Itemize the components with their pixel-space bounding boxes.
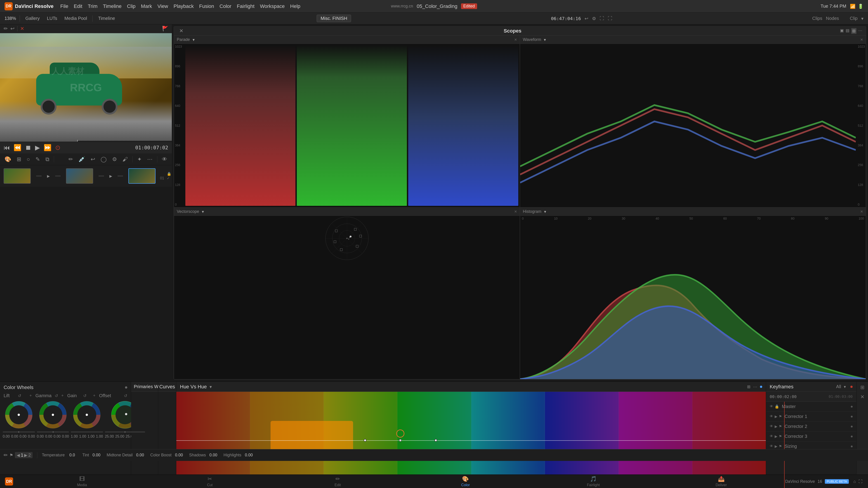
fullscreen-tab-icon[interactable]: ⛶ (859, 479, 863, 484)
zoom-level[interactable]: 138% (4, 16, 16, 21)
more-icon[interactable]: ⋯ (146, 155, 153, 163)
menu-fusion[interactable]: Fusion (199, 3, 214, 9)
lift-slider[interactable] (3, 431, 35, 433)
play-btn[interactable]: ▶ (35, 144, 40, 151)
brush-icon[interactable]: 🖌 (122, 155, 129, 163)
gain-reset[interactable]: ↺ (83, 393, 87, 398)
scopes-close-btn[interactable]: ✕ (178, 28, 185, 34)
skip-start-btn[interactable]: ⏮ (4, 144, 10, 151)
kf-eye-sizing[interactable]: 👁 (770, 444, 773, 449)
kf-expand-c1[interactable]: ▶ (775, 414, 777, 419)
gamma-expand[interactable]: + (61, 393, 64, 398)
node-tools-btn[interactable]: ⊞ (16, 155, 22, 163)
kf-eye-c2[interactable]: 👁 (770, 424, 773, 429)
hue-point-left[interactable] (364, 439, 366, 442)
tab-color[interactable]: 🎨 Color (402, 475, 530, 488)
hue-point-center[interactable] (399, 439, 402, 442)
kf-expand-sizing[interactable]: ▶ (775, 444, 777, 449)
stop-btn[interactable]: ⏹ (25, 144, 31, 151)
hue-ctrl-1[interactable]: ⊞ (747, 384, 750, 389)
circle-icon2[interactable]: ◯ (100, 155, 107, 163)
tab-deliver[interactable]: 📤 Deliver (657, 475, 785, 488)
next-btn[interactable]: ⏩ (43, 144, 52, 151)
cc-temp-val[interactable]: 0.0 (66, 453, 78, 457)
tab-fairlight[interactable]: 🎵 Fairlight (529, 475, 657, 488)
timeline-btn[interactable]: Timeline (96, 15, 117, 22)
delete-tool[interactable]: ✕ (20, 26, 24, 32)
histogram-dropdown[interactable]: ▾ (544, 209, 546, 214)
parade-close[interactable]: × (514, 37, 517, 42)
layout-1-icon[interactable]: ▣ (840, 28, 844, 34)
kf-expand-c2[interactable]: ▶ (775, 424, 777, 429)
menu-view[interactable]: View (157, 3, 168, 9)
kf-expand-c3[interactable]: ▶ (775, 434, 777, 438)
prev-btn[interactable]: ⏪ (13, 144, 22, 151)
clip-dropdown[interactable]: Clip (850, 16, 858, 21)
luts-btn[interactable]: LUTs (45, 15, 59, 22)
kf-eye-master[interactable]: 👁 (770, 404, 773, 409)
menu-clip[interactable]: Clip (127, 3, 135, 9)
clip-arrow[interactable]: ▾ (861, 16, 864, 21)
layout-2-icon[interactable]: ▤ (846, 28, 849, 34)
node-thumbnail-3[interactable] (128, 168, 156, 184)
menu-color[interactable]: Color (219, 3, 231, 9)
vectorscope-close[interactable]: × (514, 209, 517, 214)
kf-flag-c1[interactable]: ⚑ (779, 414, 782, 419)
tab-edit[interactable]: ✏ Edit (274, 475, 402, 488)
menu-timeline[interactable]: Timeline (103, 3, 121, 9)
home-icon[interactable]: ⌂ (853, 479, 856, 484)
gamma-wheel-svg[interactable] (38, 400, 68, 429)
gamma-slider[interactable] (37, 431, 69, 433)
kf-flag-c3[interactable]: ⚑ (779, 434, 782, 438)
menu-trim[interactable]: Trim (88, 3, 97, 9)
lift-wheel-svg[interactable] (4, 400, 33, 429)
cc-shadows-val[interactable]: 0.00 (208, 453, 219, 457)
undo-tool[interactable]: ↩ (10, 26, 14, 32)
settings-icon[interactable]: ⚙ (592, 16, 596, 21)
copy-grade-btn[interactable]: ⧉ (44, 155, 50, 163)
tab-cut[interactable]: ✂ Cut (146, 475, 274, 488)
gallery-btn[interactable]: Gallery (24, 15, 41, 22)
timecode-icon[interactable]: ↩ (585, 16, 588, 21)
kf-eye-c1[interactable]: 👁 (770, 414, 773, 419)
misc-finish-dropdown[interactable]: Misc. FINISH (317, 15, 351, 22)
menu-workspace[interactable]: Workspace (260, 3, 285, 9)
eyedropper-icon[interactable]: 💉 (78, 155, 86, 163)
clips-btn2[interactable]: Clips (812, 16, 822, 21)
gain-expand[interactable]: + (93, 393, 96, 398)
tab-media[interactable]: 🎞 Media (18, 475, 146, 488)
fullscreen-icon[interactable]: ⛶ (608, 16, 612, 21)
lift-expand[interactable]: + (29, 393, 32, 398)
offset-slider[interactable] (105, 431, 145, 433)
highlight-icon[interactable]: ✦ (136, 155, 143, 163)
flag-icon[interactable]: 🚩 (162, 26, 168, 32)
node-thumbnail-1[interactable] (4, 168, 31, 184)
ct-btn-1[interactable]: ⊞ (860, 385, 864, 390)
curves-tab-label[interactable]: Curves (159, 384, 175, 390)
pencil-tool[interactable]: ✏ (4, 26, 8, 32)
hue-dropdown[interactable]: ▾ (210, 384, 212, 390)
layout-4-icon[interactable]: ⊞ (851, 28, 857, 34)
keyframes-all-dropdown[interactable]: All (836, 384, 841, 389)
hue-graph[interactable]: ↖ (176, 392, 766, 488)
hue-ctrl-2[interactable]: ⋯ (753, 384, 757, 389)
kf-dropdown-arrow[interactable]: ▾ (844, 384, 846, 389)
menu-help[interactable]: Help (290, 3, 301, 9)
cc-pencil[interactable]: ✏ (4, 452, 8, 458)
video-progressbar[interactable] (0, 141, 172, 142)
settings-icon2[interactable]: ⚙ (111, 155, 118, 163)
cc-boost-val[interactable]: 0.00 (174, 453, 185, 457)
histogram-close[interactable]: × (860, 209, 863, 214)
ct-btn-2[interactable]: ✕ (860, 394, 864, 400)
menu-file[interactable]: File (60, 3, 68, 9)
node-thumbnail-2[interactable] (66, 168, 93, 184)
menu-playback[interactable]: Playback (174, 3, 194, 9)
menu-mark[interactable]: Mark (141, 3, 152, 9)
hue-point-right[interactable] (434, 439, 437, 442)
vectorscope-dropdown[interactable]: ▾ (202, 209, 204, 214)
gain-wheel-svg[interactable] (72, 400, 101, 429)
cc-node-next[interactable]: ▶ (24, 453, 27, 458)
waveform-dropdown[interactable]: ▾ (544, 37, 546, 42)
expand-icon[interactable]: ⛶ (600, 16, 604, 21)
loop-btn[interactable]: ⊙ (55, 144, 60, 151)
